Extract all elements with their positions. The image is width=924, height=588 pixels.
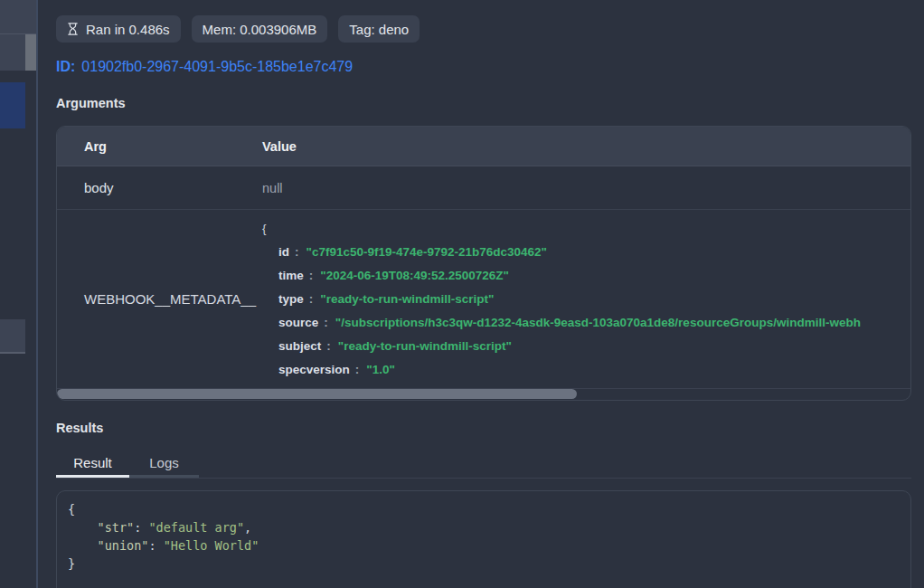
run-time-label: Ran in 0.486s xyxy=(86,22,170,37)
tag-label: Tag: deno xyxy=(349,22,409,37)
background-list-row xyxy=(0,0,36,34)
json-value: "1.0" xyxy=(366,363,395,376)
code-string: "Hello World" xyxy=(164,538,259,553)
json-entry: specversion:"1.0" xyxy=(262,358,910,382)
run-detail-panel: Ran in 0.486s Mem: 0.003906MB Tag: deno … xyxy=(56,0,911,588)
code-open-brace: { xyxy=(68,500,900,518)
tag-badge: Tag: deno xyxy=(338,15,420,43)
panel-divider xyxy=(36,0,38,588)
json-key[interactable]: id xyxy=(278,245,289,259)
results-tabs: Result Logs xyxy=(56,450,911,479)
job-id-line: ID: 01902fb0-2967-4091-9b5c-185be1e7c479 xyxy=(56,57,911,76)
hourglass-icon xyxy=(67,22,79,36)
json-colon: : xyxy=(309,269,314,282)
json-key[interactable]: source xyxy=(278,316,318,329)
json-entry: type:"ready-to-run-windmill-script" xyxy=(262,288,910,311)
json-key[interactable]: type xyxy=(278,292,304,306)
selected-run-indicator[interactable] xyxy=(0,82,25,128)
tab-logs[interactable]: Logs xyxy=(129,450,199,478)
background-list-row xyxy=(0,319,25,354)
code-key: "str" xyxy=(98,520,135,535)
json-object-viewer: { id:"c7f91c50-9f19-474e-9792-21b76dc304… xyxy=(258,210,910,388)
table-horizontal-scrollbar xyxy=(57,389,910,400)
horizontal-scrollbar-thumb[interactable] xyxy=(57,389,577,399)
tab-result[interactable]: Result xyxy=(56,450,129,478)
json-value: "/subscriptions/h3c3qw-d1232-4asdk-9easd… xyxy=(335,316,861,329)
code-punct: { xyxy=(68,502,75,517)
json-value: "c7f91c50-9f19-474e-9792-21b76dc30462" xyxy=(306,245,548,259)
code-punct: : xyxy=(148,538,163,553)
json-entry: id:"c7f91c50-9f19-474e-9792-21b76dc30462… xyxy=(262,241,910,264)
code-punct: } xyxy=(68,556,75,571)
open-brace: { xyxy=(262,217,910,241)
arguments-table: Arg Value body null WEBHOOK__METADATA__ … xyxy=(56,126,911,401)
json-colon: : xyxy=(355,363,360,376)
code-punct: : xyxy=(134,520,148,535)
json-entry: subject:"ready-to-run-windmill-script" xyxy=(262,335,910,358)
arguments-section-title: Arguments xyxy=(56,96,911,112)
code-punct: , xyxy=(244,520,251,535)
arg-name: body xyxy=(57,180,258,195)
json-colon: : xyxy=(309,292,314,306)
arg-value-null: null xyxy=(258,181,910,195)
column-header-arg: Arg xyxy=(57,139,258,154)
column-header-value: Value xyxy=(258,139,910,154)
json-colon: : xyxy=(295,245,299,259)
code-string: "default arg" xyxy=(148,520,244,535)
code-key: "union" xyxy=(98,538,149,553)
background-left-rail xyxy=(0,0,37,588)
json-colon: : xyxy=(326,339,331,353)
json-value: "ready-to-run-windmill-script" xyxy=(320,292,494,306)
json-key[interactable]: specversion xyxy=(278,363,350,376)
background-list-row xyxy=(0,34,25,71)
job-id-value[interactable]: 01902fb0-2967-4091-9b5c-185be1e7c479 xyxy=(81,59,353,75)
run-stats-badges: Ran in 0.486s Mem: 0.003906MB Tag: deno xyxy=(56,15,911,43)
job-id-label: ID: xyxy=(56,59,75,75)
json-value: "ready-to-run-windmill-script" xyxy=(338,339,512,353)
result-json-panel: { "str": "default arg", "union": "Hello … xyxy=(56,490,911,588)
json-value: "2024-06-19T08:49:52.2500726Z" xyxy=(320,269,509,282)
json-key[interactable]: subject xyxy=(278,339,321,353)
json-key[interactable]: time xyxy=(278,269,304,282)
json-colon: : xyxy=(324,316,328,329)
run-time-badge: Ran in 0.486s xyxy=(56,15,181,43)
rail-scrollbar-thumb[interactable] xyxy=(25,34,36,71)
json-entry: time:"2024-06-19T08:49:52.2500726Z" xyxy=(262,264,910,288)
json-entry: source:"/subscriptions/h3c3qw-d1232-4asd… xyxy=(262,311,910,335)
results-section-title: Results xyxy=(56,421,911,437)
arg-name: WEBHOOK__METADATA__ xyxy=(57,291,258,307)
arguments-table-header: Arg Value xyxy=(57,127,910,166)
code-entry: "str": "default arg", xyxy=(68,518,900,536)
code-close-brace: } xyxy=(68,555,900,573)
table-row-webhook-metadata: WEBHOOK__METADATA__ { id:"c7f91c50-9f19-… xyxy=(57,210,910,389)
memory-badge: Mem: 0.003906MB xyxy=(192,15,328,43)
memory-label: Mem: 0.003906MB xyxy=(203,22,317,37)
table-row-body-arg: body null xyxy=(57,166,910,210)
code-entry: "union": "Hello World" xyxy=(68,536,900,555)
